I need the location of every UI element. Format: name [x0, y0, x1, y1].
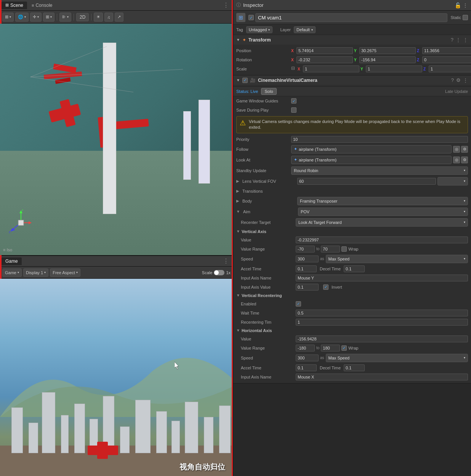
snap-tool-btn[interactable]: ✛ ▾ [30, 13, 42, 22]
h-axis-speed-type-value: Max Speed [328, 356, 350, 360]
transitions-arrow[interactable]: ▶ [236, 189, 239, 193]
display1-dropdown[interactable]: Display 1 ▾ [23, 268, 48, 277]
cinemachine-help-icon[interactable]: ? [451, 77, 454, 83]
look-at-settings-btn[interactable]: ⚙ [461, 157, 468, 163]
h-axis-header[interactable]: ▼ Horizontal Axis [233, 327, 471, 334]
v-recenter-enabled-checkbox[interactable] [296, 301, 301, 307]
cinemachine-enable[interactable] [242, 78, 248, 83]
grid-chevron: ▾ [24, 15, 26, 19]
h-axis-range-max[interactable] [321, 345, 340, 351]
v-axis-range-min[interactable] [296, 246, 315, 252]
pos-x-input[interactable] [296, 47, 353, 54]
gizmos-btn[interactable]: ↗ [115, 13, 123, 22]
save-during-play-checkbox[interactable] [291, 107, 296, 113]
cinemachine-settings-icon[interactable]: ⚙ [456, 77, 461, 83]
tag-dropdown[interactable]: Untagged ▾ [246, 26, 273, 33]
v-axis-speed-type-dropdown[interactable]: Max Speed ▾ [326, 255, 468, 263]
btn-2d[interactable]: 2D [76, 13, 89, 21]
recenter-target-dropdown[interactable]: Look At Target Forward ▾ [296, 218, 468, 227]
h-axis-accel-input[interactable] [296, 364, 317, 371]
scale-x-input[interactable] [303, 65, 359, 72]
v-axis-input-value-input[interactable] [296, 284, 319, 291]
pos-y-input[interactable] [359, 47, 416, 54]
v-recenter-wait-input[interactable] [296, 310, 468, 316]
save-during-play-label: Save During Play [236, 108, 290, 112]
light-btn[interactable]: ☀ [94, 13, 103, 22]
layer-dropdown[interactable]: Default ▾ [294, 26, 316, 33]
transform-settings-icon[interactable]: ⋮ [456, 37, 461, 43]
inspector-dots[interactable]: ⋮ [463, 2, 468, 8]
h-axis-speed-input[interactable] [296, 355, 319, 361]
look-at-target-btn[interactable]: ◎ [453, 157, 460, 163]
pos-z-input[interactable] [422, 47, 471, 54]
aspect-label: Free Aspect [53, 270, 75, 275]
v-recenter-header[interactable]: ▼ Vertical Recentering [233, 292, 471, 299]
scale-toggle[interactable] [214, 270, 224, 275]
aim-arrow[interactable]: ▼ [236, 209, 240, 214]
h-axis-speed-type-dropdown[interactable]: Max Speed ▾ [326, 354, 468, 362]
follow-target-btn[interactable]: ◎ [453, 146, 460, 153]
scene-tab-dots[interactable]: ⋮ [221, 2, 231, 9]
layout-tool-btn[interactable]: ⊞ ▾ [43, 13, 54, 22]
h-axis-decel-input[interactable] [344, 364, 365, 371]
v-axis-decel-input[interactable] [344, 265, 365, 272]
lens-fov-label: Lens Vertical FOV [242, 179, 296, 184]
v-axis-invert-checkbox[interactable] [323, 284, 328, 290]
aim-label: Aim [243, 209, 296, 214]
game-window-guides-checkbox[interactable] [291, 98, 296, 104]
grid-tool-btn[interactable]: 🌐 ▾ [15, 13, 29, 22]
body-arrow[interactable]: ▶ [236, 199, 239, 203]
lens-fov-input[interactable] [297, 178, 436, 185]
game-tab-dots[interactable]: ⋮ [221, 257, 231, 265]
tab-scene[interactable]: ⊞ Scene [2, 2, 27, 9]
aim-dropdown[interactable]: POV ▾ [298, 208, 468, 216]
cinemachine-color-icon: 🎥 [250, 78, 256, 83]
audio-btn[interactable]: ♫ [104, 13, 113, 22]
display1-chevron: ▾ [44, 271, 46, 274]
solo-button[interactable]: Solo [261, 88, 276, 95]
transform-help-icon[interactable]: ? [451, 37, 453, 43]
static-checkbox[interactable] [463, 15, 468, 20]
aspect-dropdown[interactable]: Free Aspect ▾ [50, 268, 80, 277]
follow-settings-btn[interactable]: ⚙ [461, 146, 468, 153]
h-axis-value-input[interactable] [296, 335, 468, 342]
standby-update-dropdown[interactable]: Round Robin ▾ [291, 166, 468, 175]
transform-dots-icon[interactable]: ⋮ [463, 37, 468, 43]
look-at-ref-icon: ✦ [294, 157, 297, 162]
h-axis-input-name-input[interactable] [296, 374, 468, 380]
priority-input[interactable] [291, 136, 468, 143]
rot-z-input[interactable] [422, 56, 471, 63]
v-axis-range-row: Value Range to Wrap [238, 244, 471, 254]
scale-y-input[interactable] [366, 65, 422, 72]
v-axis-speed-input[interactable] [296, 256, 319, 262]
vertical-axis-header[interactable]: ▼ Vertical Axis [233, 228, 471, 235]
body-dropdown[interactable]: Framing Transposer ▾ [297, 197, 468, 205]
v-axis-wrap-checkbox[interactable] [341, 246, 347, 252]
v-recenter-time-input[interactable] [296, 319, 468, 326]
lens-fov-dropdown[interactable]: ▾ [437, 177, 468, 185]
late-update-label: Late Update [445, 89, 468, 94]
transform-header[interactable]: ▼ ✦ Transform ? ⋮ ⋮ [233, 35, 471, 45]
cinemachine-dots-icon[interactable]: ⋮ [463, 77, 468, 83]
v-axis-range-max[interactable] [321, 246, 340, 252]
tab-game[interactable]: Game [2, 257, 22, 265]
game-display-dropdown[interactable]: Game ▾ [2, 268, 22, 277]
tab-console[interactable]: ≡ Console [28, 2, 56, 9]
scale-z-input[interactable] [429, 65, 471, 72]
obj-enable-checkbox[interactable] [248, 15, 254, 20]
h-axis-wrap-checkbox[interactable] [341, 345, 347, 351]
transform-tool-btn[interactable]: ⊞ ▾ [2, 13, 14, 22]
rot-x-input[interactable] [296, 56, 353, 63]
cinemachine-header[interactable]: ▼ 🎥 CinemachineVirtualCamera ? ⚙ ⋮ [233, 75, 471, 85]
save-during-play-row: Save During Play [233, 105, 471, 115]
v-axis-value-input[interactable] [296, 236, 468, 243]
v-axis-input-name-input[interactable] [296, 275, 468, 281]
lock-icon[interactable]: 🔓 [455, 2, 461, 8]
obj-name-input[interactable] [255, 13, 447, 22]
h-axis-range-min[interactable] [296, 345, 315, 351]
v-axis-range-to: to [316, 247, 319, 251]
lines-tool-btn[interactable]: ⊪ ▾ [59, 13, 71, 22]
scale-lock-icon[interactable]: ⊟ [291, 65, 295, 72]
rot-y-input[interactable] [359, 56, 416, 63]
v-axis-accel-input[interactable] [296, 265, 317, 272]
